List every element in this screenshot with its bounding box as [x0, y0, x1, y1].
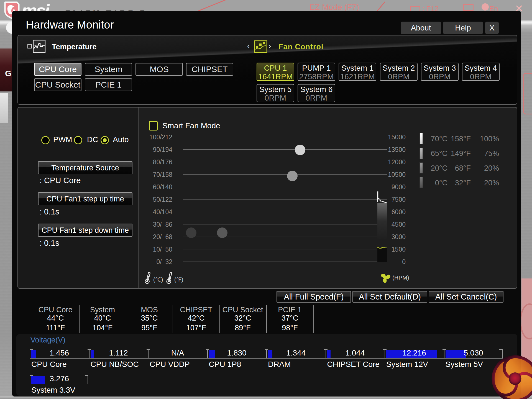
svg-text:(℉): (℉)	[174, 277, 183, 283]
svg-text:(℃): (℃)	[153, 277, 163, 283]
svg-text:(RPM): (RPM)	[392, 274, 409, 281]
